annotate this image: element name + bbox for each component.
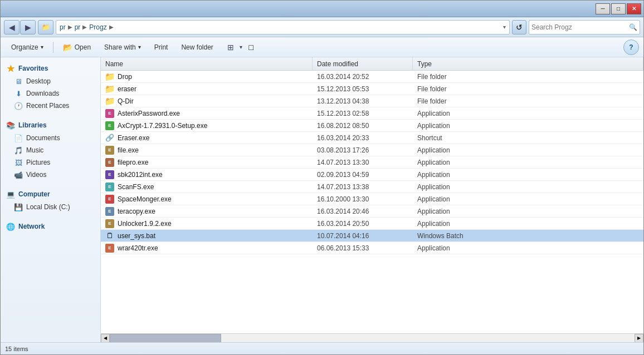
sidebar-item-pictures[interactable]: 🖼 Pictures — [1, 156, 100, 169]
file-icon: E — [105, 121, 114, 130]
file-date-cell: 06.06.2013 15:33 — [313, 242, 413, 254]
up-button[interactable]: 📁 — [38, 20, 53, 34]
exe-icon: E — [105, 170, 114, 179]
sidebar-item-downloads[interactable]: ⬇ Downloads — [1, 87, 100, 100]
breadcrumb-item-1[interactable]: pr — [60, 23, 66, 31]
favorites-header[interactable]: ★ Favorites — [1, 62, 100, 75]
file-name: ScanFS.exe — [118, 183, 154, 191]
organize-button[interactable]: Organize ▾ — [5, 40, 50, 55]
preview-button[interactable]: □ — [243, 40, 259, 55]
file-name: SpaceMonger.exe — [118, 195, 172, 203]
view-dropdown[interactable]: ▾ — [240, 44, 242, 50]
file-row[interactable]: 🗒 user_sys.bat 10.07.2014 04:16 Windows … — [101, 230, 643, 242]
file-row[interactable]: 📁 eraser 15.12.2013 05:53 File folder — [101, 83, 643, 95]
refresh-button[interactable]: ↺ — [512, 20, 526, 34]
file-icon: E — [105, 207, 114, 216]
horizontal-scrollbar[interactable]: ◀ ▶ — [101, 333, 643, 342]
search-input[interactable] — [531, 23, 627, 31]
file-icon: E — [105, 244, 114, 253]
close-button[interactable]: ✕ — [627, 3, 641, 14]
file-icon: 🗒 — [105, 231, 114, 240]
exe-icon: E — [105, 207, 114, 216]
window: ─ □ ✕ ◀ ▶ 📁 pr ▶ pr ▶ Progz ▶ ▾ ↺ 🔍 Or — [0, 0, 644, 355]
network-header[interactable]: 🌐 Network — [1, 220, 100, 233]
file-name: eraser — [118, 85, 136, 93]
file-date-cell: 15.12.2013 02:58 — [313, 107, 413, 119]
organize-caret: ▾ — [41, 44, 43, 50]
address-bar: ◀ ▶ 📁 pr ▶ pr ▶ Progz ▶ ▾ ↺ 🔍 — [1, 17, 643, 37]
hscroll-thumb[interactable] — [110, 334, 221, 343]
minimize-button[interactable]: ─ — [596, 3, 610, 14]
file-date-cell: 16.08.2012 08:50 — [313, 120, 413, 131]
back-button[interactable]: ◀ — [4, 20, 19, 34]
col-header-type[interactable]: Type — [413, 57, 643, 70]
print-button[interactable]: Print — [148, 40, 174, 55]
file-row[interactable]: E sbk2012int.exe 02.09.2013 04:59 Applic… — [101, 169, 643, 181]
libraries-header[interactable]: 📚 Libraries — [1, 119, 100, 132]
maximize-button[interactable]: □ — [611, 3, 626, 14]
help-button[interactable]: ? — [623, 40, 639, 55]
disk-icon: 💾 — [14, 203, 23, 211]
music-icon: 🎵 — [14, 146, 23, 155]
computer-section: 💻 Computer 💾 Local Disk (C:) — [1, 188, 100, 213]
hscroll-left-button[interactable]: ◀ — [101, 334, 110, 343]
exe-icon: E — [105, 244, 114, 253]
sidebar-item-desktop[interactable]: 🖥 Desktop — [1, 75, 100, 87]
share-with-button[interactable]: Share with ▾ — [98, 40, 147, 55]
sidebar-item-videos[interactable]: 📹 Videos — [1, 169, 100, 181]
folder-icon: 📁 — [105, 84, 115, 94]
sidebar-item-recent[interactable]: 🕐 Recent Places — [1, 100, 100, 112]
breadcrumb[interactable]: pr ▶ pr ▶ Progz ▶ ▾ — [56, 20, 510, 34]
file-row[interactable]: E Unlocker1.9.2.exe 16.03.2014 20:50 App… — [101, 218, 643, 230]
col-header-name[interactable]: Name — [101, 57, 313, 70]
favorites-label: Favorites — [18, 65, 48, 72]
file-row[interactable]: 📁 Q-Dir 13.12.2013 04:38 File folder — [101, 95, 643, 107]
sidebar: ★ Favorites 🖥 Desktop ⬇ Downloads 🕐 Rece… — [1, 57, 101, 342]
recent-icon: 🕐 — [14, 101, 23, 110]
open-button[interactable]: 📂 Open — [57, 40, 97, 55]
open-icon: 📂 — [63, 43, 72, 52]
file-row[interactable]: E ScanFS.exe 14.07.2013 13:38 Applicatio… — [101, 181, 643, 193]
breadcrumb-item-3[interactable]: Progz — [89, 23, 106, 31]
file-type-cell: File folder — [413, 71, 643, 82]
computer-icon: 💻 — [6, 190, 15, 199]
computer-header[interactable]: 💻 Computer — [1, 188, 100, 201]
file-name-cell: E ScanFS.exe — [101, 181, 313, 193]
hscroll-track[interactable] — [110, 334, 635, 343]
breadcrumb-item-2[interactable]: pr — [75, 23, 81, 31]
file-row[interactable]: E AxCrypt-1.7.2931.0-Setup.exe 16.08.201… — [101, 120, 643, 132]
libraries-section: 📚 Libraries 📄 Documents 🎵 Music 🖼 Pictur… — [1, 119, 100, 181]
file-type-cell: Application — [413, 205, 643, 217]
new-folder-button[interactable]: New folder — [175, 40, 219, 55]
view-button[interactable]: ⊞ — [223, 40, 238, 55]
file-row[interactable]: 🔗 Eraser.exe 16.03.2014 20:33 Shortcut — [101, 132, 643, 144]
col-header-date[interactable]: Date modified — [313, 57, 413, 70]
libraries-icon: 📚 — [6, 121, 15, 130]
pictures-label: Pictures — [26, 159, 50, 166]
search-icon: 🔍 — [629, 23, 637, 31]
sidebar-item-music[interactable]: 🎵 Music — [1, 144, 100, 156]
file-type-cell: Application — [413, 169, 643, 180]
file-row[interactable]: E filepro.exe 14.07.2013 13:30 Applicati… — [101, 156, 643, 169]
file-row[interactable]: E SpaceMonger.exe 16.10.2000 13:30 Appli… — [101, 193, 643, 205]
file-date-cell: 16.03.2014 20:46 — [313, 205, 413, 217]
file-name-cell: E filepro.exe — [101, 156, 313, 168]
exe-icon: E — [105, 158, 114, 167]
forward-button[interactable]: ▶ — [20, 20, 36, 34]
hscroll-right-button[interactable]: ▶ — [635, 334, 643, 343]
search-box[interactable]: 🔍 — [529, 20, 640, 34]
sidebar-item-documents[interactable]: 📄 Documents — [1, 132, 100, 144]
file-row[interactable]: E teracopy.exe 16.03.2014 20:46 Applicat… — [101, 205, 643, 218]
file-row[interactable]: E file.exe 03.08.2013 17:26 Application — [101, 144, 643, 156]
toolbar: Organize ▾ 📂 Open Share with ▾ Print New… — [1, 37, 643, 57]
file-row[interactable]: E AsterixPassword.exe 15.12.2013 02:58 A… — [101, 107, 643, 120]
file-row[interactable]: 📁 Drop 16.03.2014 20:52 File folder — [101, 71, 643, 83]
breadcrumb-dropdown[interactable]: ▾ — [503, 24, 506, 30]
file-type-cell: Application — [413, 218, 643, 229]
file-icon: 📁 — [105, 97, 114, 106]
sidebar-item-local-disk[interactable]: 💾 Local Disk (C:) — [1, 201, 100, 213]
file-row[interactable]: E wrar420tr.exe 06.06.2013 15:33 Applica… — [101, 242, 643, 254]
file-icon: E — [105, 170, 114, 179]
status-bar: 15 items — [1, 342, 643, 354]
recent-label: Recent Places — [26, 102, 69, 110]
